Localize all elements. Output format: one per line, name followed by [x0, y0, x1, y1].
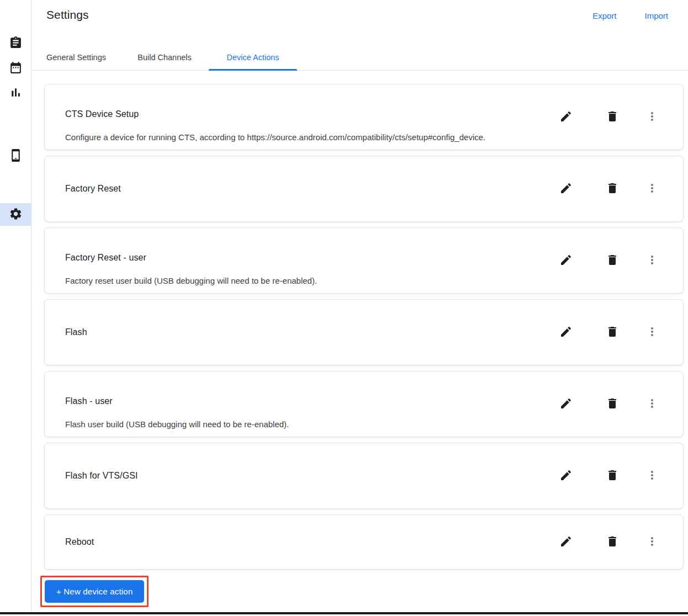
device-action-card: Flash — [44, 299, 684, 365]
bar-chart-icon — [9, 86, 23, 101]
device-action-title: Factory Reset — [65, 184, 121, 194]
delete-icon — [606, 535, 619, 550]
page-header: Settings Export Import — [32, 0, 688, 45]
edit-button[interactable] — [555, 393, 577, 415]
device-action-info: Reboot — [45, 515, 555, 569]
settings-main: Settings Export Import General Settings … — [32, 0, 688, 612]
calendar-icon — [9, 61, 23, 76]
sidebar-item-test-plans[interactable] — [0, 57, 31, 79]
device-action-title: Reboot — [65, 537, 94, 547]
device-action-title: Flash for VTS/GSI — [65, 471, 138, 481]
edit-icon — [559, 397, 573, 412]
more-options-button[interactable] — [641, 106, 663, 128]
window-bottom-edge — [0, 612, 688, 614]
more-vert-icon — [645, 253, 659, 268]
delete-button[interactable] — [601, 178, 623, 200]
device-action-card: CTS Device Setup Configure a device for … — [44, 84, 684, 150]
edit-icon — [559, 182, 573, 197]
sidebar-item-tests[interactable] — [0, 32, 31, 55]
sidebar-item-settings[interactable] — [0, 203, 31, 226]
tab-device-actions[interactable]: Device Actions — [209, 45, 297, 70]
device-action-buttons — [555, 228, 683, 293]
device-action-buttons — [555, 300, 683, 365]
device-action-list: CTS Device Setup Configure a device for … — [44, 84, 684, 570]
delete-icon — [606, 397, 619, 412]
device-action-card: Flash for VTS/GSI — [44, 443, 684, 509]
header-links: Export Import — [592, 11, 668, 20]
more-vert-icon — [645, 110, 659, 125]
more-options-button[interactable] — [641, 393, 663, 415]
assignment-icon — [9, 36, 23, 51]
device-action-card: Reboot — [44, 514, 684, 570]
edit-button[interactable] — [555, 178, 577, 200]
more-vert-icon — [645, 325, 659, 340]
annotation-highlight-box: + New device action — [40, 576, 149, 607]
device-action-title: Factory Reset - user — [65, 253, 555, 263]
delete-button[interactable] — [601, 393, 623, 415]
device-action-description: Factory reset user build (USB debugging … — [65, 276, 555, 285]
edit-button[interactable] — [555, 106, 577, 128]
delete-icon — [606, 182, 619, 197]
page-title: Settings — [46, 8, 89, 22]
device-action-title: Flash - user — [65, 396, 555, 406]
more-vert-icon — [645, 182, 659, 197]
new-device-action-button[interactable]: + New device action — [45, 580, 144, 603]
edit-icon — [559, 110, 573, 125]
edit-icon — [559, 469, 573, 484]
more-options-button[interactable] — [641, 465, 663, 487]
export-button[interactable]: Export — [592, 11, 616, 20]
import-button[interactable]: Import — [644, 11, 668, 20]
device-action-card: Flash - user Flash user build (USB debug… — [44, 371, 684, 437]
delete-button[interactable] — [601, 465, 623, 487]
settings-gear-icon — [9, 207, 23, 222]
device-action-card: Factory Reset - user Factory reset user … — [44, 227, 684, 294]
delete-button[interactable] — [601, 531, 623, 553]
more-options-button[interactable] — [641, 321, 663, 343]
device-action-info: Factory Reset — [45, 156, 555, 221]
device-action-info: CTS Device Setup Configure a device for … — [45, 84, 555, 150]
delete-icon — [606, 110, 619, 125]
edit-button[interactable] — [555, 465, 577, 487]
delete-button[interactable] — [601, 249, 623, 272]
device-action-buttons — [555, 156, 683, 221]
sidebar-item-devices[interactable] — [0, 145, 31, 167]
edit-button[interactable] — [555, 531, 577, 553]
delete-icon — [606, 469, 619, 484]
device-action-info: Factory Reset - user Factory reset user … — [45, 228, 555, 293]
more-vert-icon — [645, 535, 659, 550]
settings-tabs: General Settings Build Channels Device A… — [32, 45, 688, 71]
more-vert-icon — [645, 397, 659, 412]
delete-icon — [606, 253, 619, 268]
device-action-buttons — [555, 515, 683, 569]
tab-build-channels[interactable]: Build Channels — [120, 45, 209, 70]
device-action-description: Configure a device for running CTS, acco… — [65, 132, 555, 142]
device-action-description: Flash user build (USB debugging will nee… — [65, 419, 555, 429]
more-options-button[interactable] — [641, 249, 663, 272]
edit-button[interactable] — [555, 249, 577, 272]
tab-general-settings[interactable]: General Settings — [32, 45, 120, 70]
nav-rail — [0, 0, 31, 612]
edit-icon — [559, 253, 573, 268]
more-vert-icon — [645, 469, 659, 484]
device-action-buttons — [555, 371, 683, 437]
delete-icon — [606, 325, 619, 340]
device-action-card: Factory Reset — [44, 156, 684, 222]
delete-button[interactable] — [601, 106, 623, 128]
edit-icon — [559, 325, 573, 340]
device-action-buttons — [555, 84, 683, 150]
device-actions-panel: CTS Device Setup Configure a device for … — [32, 71, 688, 607]
sidebar-item-test-results[interactable] — [0, 82, 31, 104]
more-options-button[interactable] — [641, 178, 663, 200]
device-action-title: CTS Device Setup — [65, 109, 555, 119]
more-options-button[interactable] — [641, 531, 663, 553]
device-action-info: Flash - user Flash user build (USB debug… — [45, 371, 555, 437]
device-action-buttons — [555, 443, 683, 508]
device-action-info: Flash — [45, 300, 555, 365]
edit-icon — [559, 535, 573, 550]
edit-button[interactable] — [555, 321, 577, 343]
smartphone-icon — [9, 148, 23, 164]
device-action-title: Flash — [65, 327, 87, 337]
settings-screen: Settings Export Import General Settings … — [0, 0, 688, 616]
delete-button[interactable] — [601, 321, 623, 343]
device-action-info: Flash for VTS/GSI — [45, 443, 555, 508]
